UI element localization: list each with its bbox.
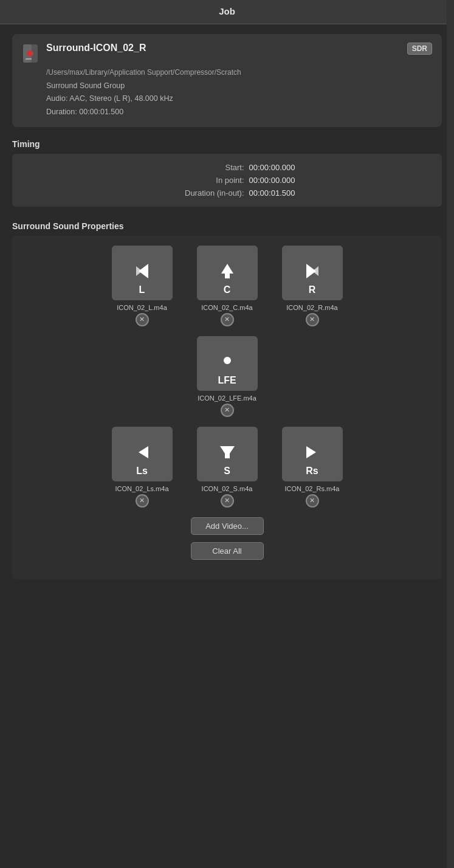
channel-box-R: R	[282, 246, 343, 300]
job-meta: Surround Sound Group Audio: AAC, Stereo …	[22, 80, 432, 119]
svg-point-2	[27, 50, 33, 57]
remove-btn-LFE[interactable]	[221, 404, 234, 417]
job-duration: Duration: 00:00:01.500	[46, 106, 432, 119]
job-card-header: Surround-ICON_02_R SDR	[22, 43, 432, 63]
surround-grid: L ICON_02_L.m4a C ICON_02_C.m4a	[12, 236, 442, 579]
timing-section-label: Timing	[12, 139, 442, 149]
channel-letter-Rs: Rs	[306, 466, 318, 477]
timing-section: Timing Start: 00:00:00.000 In point: 00:…	[12, 139, 442, 207]
svg-marker-10	[139, 446, 148, 458]
channel-letter-L: L	[139, 284, 145, 295]
svg-marker-5	[136, 266, 142, 276]
channel-row-bottom: Ls ICON_02_Ls.m4a S ICON_02_S.m4a	[18, 427, 436, 508]
svg-point-9	[224, 357, 231, 364]
remove-btn-S[interactable]	[221, 494, 234, 508]
channel-filename-L: ICON_02_L.m4a	[117, 304, 167, 311]
channel-box-Rs: Rs	[282, 427, 343, 481]
title-label: Job	[219, 6, 235, 16]
title-bar: Job	[0, 0, 454, 24]
timing-label-start: Start:	[159, 163, 244, 172]
channel-item-LFE: LFE ICON_02_LFE.m4a	[191, 336, 264, 417]
channel-row-lfe: LFE ICON_02_LFE.m4a	[18, 336, 436, 417]
channel-letter-LFE: LFE	[218, 375, 236, 386]
job-audio: Audio: AAC, Stereo (L R), 48.000 kHz	[46, 92, 432, 105]
channel-filename-Ls: ICON_02_Ls.m4a	[115, 485, 168, 492]
timing-row-inpoint: In point: 00:00:00.000	[24, 174, 430, 187]
channel-box-S: S	[197, 427, 258, 481]
timing-value-duration: 00:00:01.500	[249, 188, 295, 198]
channel-letter-R: R	[309, 284, 316, 295]
channel-icon-S	[216, 441, 238, 463]
channel-box-Ls: Ls	[112, 427, 173, 481]
svg-marker-6	[221, 264, 233, 278]
timing-grid: Start: 00:00:00.000 In point: 00:00:00.0…	[12, 154, 442, 207]
svg-marker-8	[312, 266, 318, 276]
channel-icon-LFE	[216, 351, 238, 373]
add-video-button[interactable]: Add Video...	[191, 517, 264, 535]
channel-filename-Rs: ICON_02_Rs.m4a	[285, 485, 340, 492]
channel-filename-S: ICON_02_S.m4a	[202, 485, 253, 492]
svg-marker-12	[306, 446, 316, 458]
timing-row-duration: Duration (in-out): 00:00:01.500	[24, 187, 430, 199]
channel-filename-C: ICON_02_C.m4a	[201, 304, 252, 311]
channel-item-L: L ICON_02_L.m4a	[106, 246, 179, 326]
timing-label-inpoint: In point:	[159, 176, 244, 185]
channel-filename-LFE: ICON_02_LFE.m4a	[198, 394, 256, 402]
main-content: Surround-ICON_02_R SDR /Users/max/Librar…	[0, 24, 454, 601]
channel-item-Rs: Rs ICON_02_Rs.m4a	[276, 427, 349, 508]
svg-marker-11	[220, 446, 235, 458]
channel-icon-Rs	[301, 441, 323, 463]
add-video-row: Add Video...	[18, 517, 436, 535]
clear-all-row: Clear All	[18, 542, 436, 560]
job-card: Surround-ICON_02_R SDR /Users/max/Librar…	[12, 34, 442, 127]
channel-row-top: L ICON_02_L.m4a C ICON_02_C.m4a	[18, 246, 436, 326]
timing-row-start: Start: 00:00:00.000	[24, 161, 430, 174]
channel-letter-S: S	[224, 466, 230, 477]
clear-all-button[interactable]: Clear All	[191, 542, 264, 560]
channel-item-R: R ICON_02_R.m4a	[276, 246, 349, 326]
sdr-badge: SDR	[407, 43, 432, 55]
channel-box-C: C	[197, 246, 258, 300]
remove-btn-R[interactable]	[306, 313, 319, 326]
channel-icon-C	[216, 260, 238, 282]
job-title: Surround-ICON_02_R	[46, 43, 402, 53]
timing-value-inpoint: 00:00:00.000	[249, 176, 295, 185]
remove-btn-C[interactable]	[221, 313, 234, 326]
channel-icon-Ls	[131, 441, 153, 463]
remove-btn-L[interactable]	[136, 313, 149, 326]
channel-box-L: L	[112, 246, 173, 300]
channel-item-C: C ICON_02_C.m4a	[191, 246, 264, 326]
timing-label-duration: Duration (in-out):	[159, 188, 244, 198]
channel-item-Ls: Ls ICON_02_Ls.m4a	[106, 427, 179, 508]
channel-box-LFE: LFE	[197, 336, 258, 391]
remove-btn-Rs[interactable]	[306, 494, 319, 508]
channel-letter-Ls: Ls	[136, 466, 148, 477]
surround-section-label: Surround Sound Properties	[12, 221, 442, 231]
channel-icon-R	[301, 260, 323, 282]
channel-filename-R: ICON_02_R.m4a	[286, 304, 337, 311]
surround-section: Surround Sound Properties L ICON_02_L.m4…	[12, 221, 442, 579]
job-group: Surround Sound Group	[46, 80, 432, 92]
job-path: /Users/max/Library/Application Support/C…	[22, 68, 432, 77]
channel-item-S: S ICON_02_S.m4a	[191, 427, 264, 508]
svg-rect-3	[26, 58, 32, 60]
channel-letter-C: C	[224, 284, 231, 295]
file-icon	[22, 44, 39, 63]
timing-value-start: 00:00:00.000	[249, 163, 295, 172]
remove-btn-Ls[interactable]	[136, 494, 149, 508]
channel-icon-L	[131, 260, 153, 282]
